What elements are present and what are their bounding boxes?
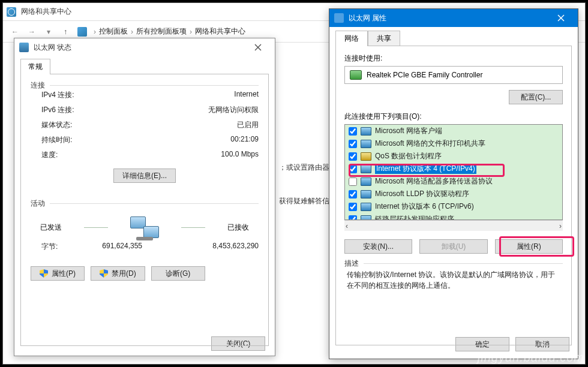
props-close-button[interactable]	[549, 11, 573, 25]
description-group: 描述 传输控制协议/Internet 协议。该协议是默认的广域网络协议，用于在不…	[344, 261, 563, 296]
protocol-icon	[361, 165, 371, 173]
activity-group: 活动 已发送 已接收 字节: 691,624,355 8,453,623,290	[31, 201, 259, 255]
watermark: jingyan.baidu.com	[478, 351, 584, 365]
list-item[interactable]: Microsoft LLDP 协议驱动程序	[345, 188, 562, 200]
main-title: 网络和共享中心	[21, 7, 71, 17]
item-label: Microsoft 网络适配器多路传送器协议	[375, 176, 493, 186]
item-label: Internet 协议版本 6 (TCP/IPv6)	[375, 201, 474, 212]
desc-legend: 描述	[344, 258, 362, 269]
list-item[interactable]: Microsoft 网络的文件和打印机共享	[345, 137, 562, 150]
network-icon	[7, 7, 16, 17]
list-item[interactable]: Internet 协议版本 4 (TCP/IPv4)	[345, 163, 562, 175]
nav-back-icon[interactable]: ←	[8, 25, 22, 39]
status-row: 速度:100.0 Mbps	[31, 148, 259, 163]
item-checkbox[interactable]	[349, 127, 357, 136]
protocol-icon	[361, 215, 371, 221]
activity-icon	[130, 216, 159, 238]
tab-general[interactable]: 常规	[20, 59, 50, 74]
nav-dropdown-icon[interactable]: ▾	[41, 25, 56, 39]
connection-legend: 连接	[31, 80, 49, 91]
protocol-icon	[361, 140, 371, 148]
configure-button[interactable]: 配置(C)...	[509, 90, 563, 104]
status-titlebar: 以太网 状态	[14, 38, 275, 56]
protocol-icon	[361, 152, 371, 161]
ethernet-icon	[19, 43, 29, 52]
shield-icon	[100, 269, 108, 278]
item-checkbox[interactable]	[349, 152, 357, 161]
list-item[interactable]: Microsoft 网络适配器多路传送器协议	[345, 175, 562, 188]
details-button[interactable]: 详细信息(E)...	[113, 169, 176, 183]
uninstall-button: 卸载(U)	[419, 239, 487, 254]
item-checkbox[interactable]	[349, 203, 357, 211]
item-label: 链路层拓扑发现响应程序	[375, 214, 454, 220]
protocol-icon	[361, 127, 371, 136]
props-titlebar: 以太网 属性	[329, 9, 578, 27]
activity-legend: 活动	[31, 198, 49, 209]
item-checkbox[interactable]	[349, 165, 357, 173]
protocol-icon	[361, 203, 371, 211]
list-item[interactable]: 链路层拓扑发现响应程序	[345, 213, 562, 220]
ethernet-icon	[334, 13, 344, 23]
connection-group: 连接 IPv4 连接:InternetIPv6 连接:无网络访问权限媒体状态:已…	[31, 83, 259, 183]
protocol-icon	[361, 178, 371, 186]
shield-icon	[40, 269, 48, 278]
tab-sharing[interactable]: 共享	[368, 31, 400, 46]
status-tab-panel: 连接 IPv4 连接:InternetIPv6 连接:无网络访问权限媒体状态:已…	[20, 74, 269, 346]
item-label: Microsoft 网络客户端	[375, 126, 442, 136]
breadcrumb[interactable]: › 控制面板 › 所有控制面板项 › 网络和共享中心	[92, 26, 245, 37]
adapter-icon	[350, 70, 362, 80]
item-checkbox[interactable]	[349, 190, 357, 198]
properties-button[interactable]: 属性(P)	[31, 266, 85, 281]
breadcrumb-item[interactable]: 所有控制面板项	[136, 26, 187, 37]
status-row: 持续时间:00:21:09	[31, 133, 259, 148]
status-title: 以太网 状态	[34, 43, 71, 53]
breadcrumb-item[interactable]: 网络和共享中心	[195, 26, 245, 37]
item-checkbox[interactable]	[349, 215, 357, 221]
adapter-name: Realtek PCIe GBE Family Controller	[367, 71, 482, 79]
items-label: 此连接使用下列项目(O):	[344, 112, 563, 122]
item-checkbox[interactable]	[349, 140, 357, 148]
install-button[interactable]: 安装(N)...	[344, 239, 412, 254]
item-properties-button[interactable]: 属性(R)	[495, 239, 563, 254]
protocol-list[interactable]: Microsoft 网络客户端 Microsoft 网络的文件和打印机共享 Qo…	[344, 124, 563, 220]
desc-text: 传输控制协议/Internet 协议。该协议是默认的广域网络协议，用于在不同的相…	[344, 266, 563, 296]
connect-using-label: 连接时使用:	[344, 53, 563, 64]
props-title: 以太网 属性	[349, 13, 386, 23]
props-panel: 连接时使用: Realtek PCIe GBE Family Controlle…	[335, 46, 572, 345]
item-label: QoS 数据包计划程序	[375, 151, 442, 161]
item-label: Microsoft LLDP 协议驱动程序	[375, 189, 469, 199]
adapter-box: Realtek PCIe GBE Family Controller	[344, 66, 563, 84]
tab-network[interactable]: 网络	[335, 31, 368, 46]
breadcrumb-item[interactable]: 控制面板	[99, 26, 128, 37]
status-close-button[interactable]	[246, 41, 270, 54]
nav-up-icon[interactable]: ↑	[58, 25, 73, 39]
status-row: IPv6 连接:无网络访问权限	[31, 103, 259, 118]
list-item[interactable]: Internet 协议版本 6 (TCP/IPv6)	[345, 200, 562, 213]
sent-label: 已发送	[40, 222, 62, 233]
nav-fwd-icon[interactable]: →	[25, 25, 39, 39]
status-row: IPv4 连接:Internet	[31, 88, 259, 103]
status-row: 媒体状态:已启用	[31, 118, 259, 133]
recv-label: 已接收	[227, 222, 249, 233]
item-label: Microsoft 网络的文件和打印机共享	[375, 139, 485, 149]
disable-button[interactable]: 禁用(D)	[91, 266, 145, 281]
bytes-recv: 8,453,623,290	[187, 242, 259, 252]
item-checkbox[interactable]	[349, 178, 357, 186]
breadcrumb-icon	[77, 27, 87, 37]
list-item[interactable]: QoS 数据包计划程序	[345, 150, 562, 163]
ethernet-status-dialog: 以太网 状态 常规 连接 IPv4 连接:InternetIPv6 连接:无网络…	[14, 38, 275, 356]
item-label: Internet 协议版本 4 (TCP/IPv4)	[375, 164, 476, 174]
list-item[interactable]: Microsoft 网络客户端	[345, 125, 562, 137]
bytes-label: 字节:	[41, 242, 58, 252]
ethernet-properties-dialog: 以太网 属性 网络 共享 连接时使用: Realtek PCIe GBE Fam…	[329, 8, 578, 359]
horizontal-scrollbar[interactable]: ‹›	[344, 220, 563, 231]
protocol-icon	[361, 190, 371, 198]
bytes-sent: 691,624,355	[58, 242, 187, 252]
diagnose-button[interactable]: 诊断(G)	[151, 266, 205, 281]
